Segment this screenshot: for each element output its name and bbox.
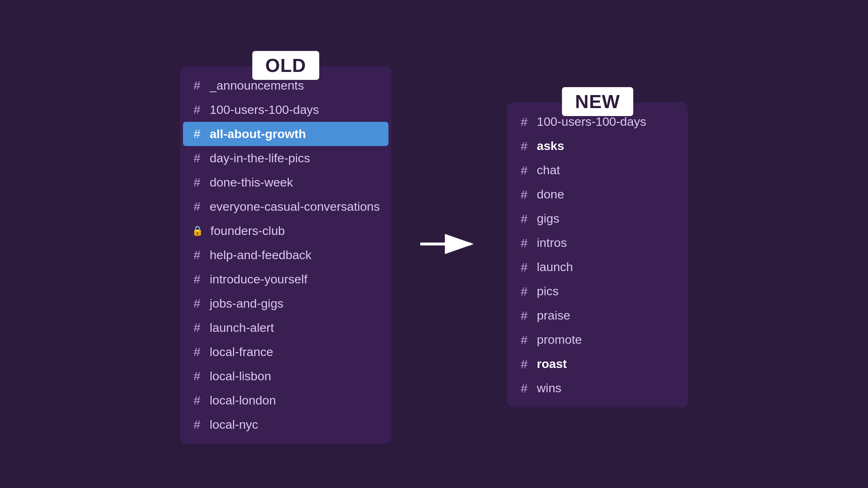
channel-item-founders-club[interactable]: 🔒founders-club	[180, 219, 392, 243]
channel-item-promote[interactable]: #promote	[507, 328, 688, 352]
channel-name: founders-club	[210, 224, 285, 238]
channel-item-local-lisbon[interactable]: #local-lisbon	[180, 364, 392, 388]
channel-item-done-this-week[interactable]: #done-this-week	[180, 170, 392, 194]
hash-icon: #	[519, 164, 529, 176]
channel-name: wins	[537, 381, 561, 395]
channel-item-introduce-yourself[interactable]: #introduce-yourself	[180, 267, 392, 291]
lock-icon: 🔒	[192, 225, 203, 236]
main-layout: OLD #_announcements#100-users-100-days#a…	[0, 44, 868, 444]
arrow-icon	[420, 230, 478, 258]
channel-name: 100-users-100-days	[537, 115, 646, 129]
hash-icon: #	[192, 346, 203, 358]
channel-item-chat[interactable]: #chat	[507, 158, 688, 182]
hash-icon: #	[192, 200, 203, 213]
channel-item-launch-alert[interactable]: #launch-alert	[180, 316, 392, 340]
hash-icon: #	[519, 261, 529, 273]
channel-item-praise[interactable]: #praise	[507, 303, 688, 328]
channel-item-pics[interactable]: #pics	[507, 279, 688, 303]
channel-name: promote	[537, 333, 582, 347]
channel-item-day-in-the-life-pics[interactable]: #day-in-the-life-pics	[180, 146, 392, 170]
channel-name: jobs-and-gigs	[210, 296, 284, 311]
channel-name: chat	[537, 163, 560, 177]
hash-icon: #	[519, 382, 529, 394]
channel-item-100-users-100-days[interactable]: #100-users-100-days	[180, 98, 392, 122]
channel-item-help-and-feedback[interactable]: #help-and-feedback	[180, 243, 392, 267]
channel-name: 100-users-100-days	[210, 103, 319, 117]
channel-name: launch-alert	[210, 321, 274, 335]
channel-item-everyone-casual-conversations[interactable]: #everyone-casual-conversations	[180, 194, 392, 219]
hash-icon: #	[519, 140, 529, 152]
channel-item-all-about-growth[interactable]: #all-about-growth	[183, 122, 389, 146]
channel-name: asks	[537, 139, 564, 153]
channel-name: pics	[537, 284, 558, 298]
channel-name: done	[537, 187, 564, 201]
hash-icon: #	[192, 103, 203, 116]
channel-name: _announcements	[210, 78, 304, 93]
channel-name: praise	[537, 308, 570, 322]
hash-icon: #	[519, 285, 529, 297]
channel-name: intros	[537, 236, 567, 250]
old-channels-list: #_announcements#100-users-100-days#all-a…	[180, 73, 392, 437]
channel-name: gigs	[537, 211, 559, 226]
old-label: OLD	[252, 51, 319, 80]
channel-name: help-and-feedback	[210, 248, 312, 262]
channel-name: all-about-growth	[210, 127, 306, 141]
hash-icon: #	[192, 297, 203, 309]
hash-icon: #	[519, 213, 529, 225]
arrow-container	[420, 230, 478, 258]
channel-name: done-this-week	[210, 175, 293, 189]
channel-name: local-nyc	[210, 418, 258, 432]
new-channels-list: #100-users-100-days#asks#chat#done#gigs#…	[507, 110, 688, 400]
channel-item-local-france[interactable]: #local-france	[180, 340, 392, 364]
channel-name: roast	[537, 357, 567, 371]
channel-item-done[interactable]: #done	[507, 182, 688, 206]
hash-icon: #	[519, 188, 529, 201]
hash-icon: #	[519, 116, 529, 128]
hash-icon: #	[192, 249, 203, 261]
hash-icon: #	[192, 370, 203, 382]
hash-icon: #	[192, 79, 203, 91]
new-label: NEW	[562, 87, 633, 116]
hash-icon: #	[192, 394, 203, 406]
channel-item-gigs[interactable]: #gigs	[507, 206, 688, 231]
channel-item-roast[interactable]: #roast	[507, 352, 688, 376]
channel-name: local-france	[210, 345, 273, 359]
channel-name: local-lisbon	[210, 369, 271, 383]
hash-icon: #	[519, 358, 529, 370]
channel-item-asks[interactable]: #asks	[507, 134, 688, 158]
hash-icon: #	[519, 334, 529, 346]
hash-icon: #	[519, 237, 529, 249]
hash-icon: #	[192, 321, 203, 334]
channel-item-local-london[interactable]: #local-london	[180, 388, 392, 412]
channel-item-launch[interactable]: #launch	[507, 255, 688, 279]
channel-name: launch	[537, 260, 573, 274]
hash-icon: #	[519, 309, 529, 322]
hash-icon: #	[192, 128, 203, 140]
hash-icon: #	[192, 176, 203, 188]
channel-item-intros[interactable]: #intros	[507, 231, 688, 255]
channel-item-wins[interactable]: #wins	[507, 376, 688, 400]
channel-name: day-in-the-life-pics	[210, 151, 310, 165]
hash-icon: #	[192, 418, 203, 431]
hash-icon: #	[192, 273, 203, 285]
channel-item-local-nyc[interactable]: #local-nyc	[180, 412, 392, 437]
channel-name: introduce-yourself	[210, 272, 307, 286]
old-panel: OLD #_announcements#100-users-100-days#a…	[180, 66, 392, 444]
channel-item-jobs-and-gigs[interactable]: #jobs-and-gigs	[180, 291, 392, 316]
channel-name: local-london	[210, 393, 276, 407]
new-panel: NEW #100-users-100-days#asks#chat#done#g…	[507, 102, 688, 407]
hash-icon: #	[192, 152, 203, 164]
channel-name: everyone-casual-conversations	[210, 200, 380, 214]
